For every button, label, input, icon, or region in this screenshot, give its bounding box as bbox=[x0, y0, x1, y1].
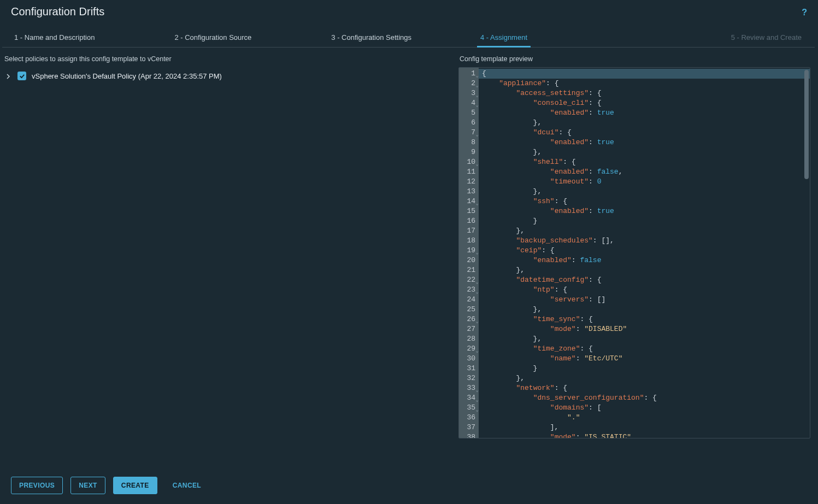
wizard-footer: PREVIOUS NEXT CREATE CANCEL bbox=[0, 468, 818, 504]
tab-name-description[interactable]: 1 - Name and Description bbox=[14, 28, 95, 47]
preview-pane-title: Config template preview bbox=[458, 53, 810, 67]
scrollbar-thumb[interactable] bbox=[804, 70, 809, 179]
page-title: Configuration Drifts bbox=[11, 5, 104, 18]
wizard-tabs: 1 - Name and Description 2 - Configurati… bbox=[2, 28, 815, 48]
policy-row[interactable]: vSphere Solution's Default Policy (Apr 2… bbox=[3, 67, 451, 85]
policies-pane: Select policies to assign this config te… bbox=[0, 48, 456, 441]
tab-assignment[interactable]: 4 - Assignment bbox=[480, 28, 527, 47]
code-editor[interactable]: 1⌄2⌄3⌄4⌄567⌄8910⌄11121314⌄1516171819⌄202… bbox=[458, 67, 810, 438]
create-button[interactable]: CREATE bbox=[113, 477, 157, 494]
chevron-right-icon[interactable] bbox=[5, 73, 12, 79]
tab-review-create: 5 - Review and Create bbox=[731, 28, 802, 47]
tab-configuration-source[interactable]: 2 - Configuration Source bbox=[174, 28, 251, 47]
next-button[interactable]: NEXT bbox=[70, 477, 105, 494]
code-body[interactable]: { "appliance": { "access_settings": { "c… bbox=[479, 68, 810, 438]
help-icon[interactable]: ? bbox=[802, 5, 807, 17]
policies-pane-title: Select policies to assign this config te… bbox=[3, 53, 451, 67]
policy-label: vSphere Solution's Default Policy (Apr 2… bbox=[32, 72, 222, 80]
preview-pane: Config template preview 1⌄2⌄3⌄4⌄567⌄8910… bbox=[456, 48, 818, 441]
previous-button[interactable]: PREVIOUS bbox=[11, 477, 63, 494]
tab-configuration-settings[interactable]: 3 - Configuration Settings bbox=[331, 28, 411, 47]
cancel-button[interactable]: CANCEL bbox=[165, 477, 209, 494]
policy-checkbox[interactable] bbox=[17, 72, 26, 80]
code-gutter: 1⌄2⌄3⌄4⌄567⌄8910⌄11121314⌄1516171819⌄202… bbox=[459, 68, 479, 438]
